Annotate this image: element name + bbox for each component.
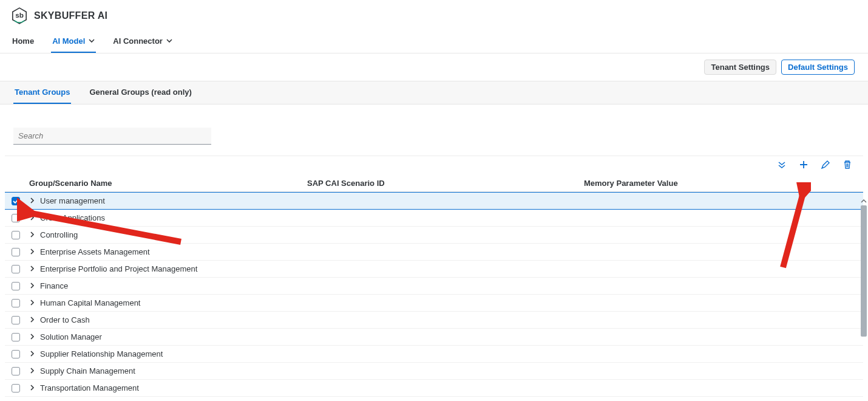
table-row[interactable]: Transportation Management	[5, 380, 863, 397]
row-name-label: Transportation Management	[40, 383, 139, 392]
group-tabs: Tenant Groups General Groups (read only)	[0, 81, 868, 105]
row-name-label: Solution Manager	[40, 332, 102, 341]
chevron-right-icon[interactable]	[29, 298, 35, 307]
collapse-all-icon[interactable]	[777, 160, 787, 171]
row-name-label: Order to Cash	[40, 315, 90, 324]
table-row[interactable]: Enterprise Portfolio and Project Managem…	[5, 261, 863, 278]
chevron-right-icon[interactable]	[29, 383, 35, 392]
search-section	[5, 109, 863, 156]
row-checkbox[interactable]	[12, 231, 20, 239]
table-row[interactable]: Finance	[5, 278, 863, 295]
chevron-right-icon[interactable]	[29, 332, 35, 341]
row-memory-cell	[579, 248, 863, 256]
row-memory-cell	[579, 368, 863, 375]
row-memory-cell	[579, 283, 863, 290]
row-checkbox[interactable]	[12, 316, 20, 324]
row-name-label: Supply Chain Management	[40, 366, 135, 375]
row-memory-cell	[579, 214, 863, 222]
pencil-icon[interactable]	[821, 160, 830, 171]
row-scenario-cell	[302, 197, 579, 205]
nav-item-label: AI Model	[52, 36, 85, 46]
chevron-right-icon[interactable]	[29, 230, 35, 239]
content-panel: Group/Scenario Name SAP CAI Scenario ID …	[5, 109, 863, 397]
app-logo: sb	[11, 7, 28, 24]
nav-home[interactable]: Home	[11, 32, 35, 53]
row-scenario-cell	[302, 300, 579, 307]
chevron-down-icon	[166, 36, 172, 46]
row-name-label: Controlling	[40, 230, 78, 239]
tab-tenant-groups[interactable]: Tenant Groups	[13, 81, 71, 104]
scroll-up-arrow-icon[interactable]	[861, 197, 867, 203]
nav-ai-connector[interactable]: AI Connector	[112, 32, 174, 53]
row-scenario-cell	[302, 214, 579, 222]
row-memory-cell	[579, 334, 863, 341]
col-header-memory: Memory Parameter Value	[579, 175, 863, 191]
row-name-label: Cross Applications	[40, 213, 105, 222]
app-title: SKYBUFFER AI	[34, 10, 107, 21]
chevron-down-icon	[89, 36, 95, 46]
row-checkbox[interactable]	[12, 367, 20, 375]
chevron-right-icon[interactable]	[29, 196, 35, 205]
row-scenario-cell	[302, 385, 579, 392]
vertical-scrollbar[interactable]	[861, 205, 867, 337]
col-header-name: Group/Scenario Name	[27, 175, 302, 191]
row-checkbox[interactable]	[12, 299, 20, 307]
tenant-settings-button[interactable]: Tenant Settings	[704, 60, 776, 75]
table-row[interactable]: Controlling	[5, 227, 863, 244]
chevron-right-icon[interactable]	[29, 281, 35, 290]
row-scenario-cell	[302, 334, 579, 341]
tab-general-groups[interactable]: General Groups (read only)	[88, 81, 192, 104]
default-settings-button[interactable]: Default Settings	[781, 60, 855, 75]
table-row[interactable]: Solution Manager	[5, 329, 863, 346]
chevron-right-icon[interactable]	[29, 247, 35, 256]
table-row[interactable]: Enterprise Assets Management	[5, 244, 863, 261]
table-row[interactable]: Supplier Relationship Management	[5, 346, 863, 363]
table-body: User managementCross ApplicationsControl…	[5, 192, 863, 397]
row-checkbox[interactable]	[12, 214, 20, 222]
row-name-label: Finance	[40, 281, 68, 290]
row-scenario-cell	[302, 283, 579, 290]
row-scenario-cell	[302, 351, 579, 358]
row-scenario-cell	[302, 231, 579, 239]
table-row[interactable]: Cross Applications	[5, 210, 863, 227]
chevron-right-icon[interactable]	[29, 349, 35, 358]
row-memory-cell	[579, 351, 863, 358]
row-scenario-cell	[302, 368, 579, 375]
search-input[interactable]	[13, 128, 211, 145]
table-row[interactable]: Supply Chain Management	[5, 363, 863, 380]
row-scenario-cell	[302, 317, 579, 324]
top-nav: Home AI Model AI Connector	[0, 28, 868, 53]
row-memory-cell	[579, 231, 863, 239]
table-row[interactable]: Human Capital Management	[5, 295, 863, 312]
row-checkbox[interactable]	[12, 265, 20, 273]
row-checkbox[interactable]	[12, 350, 20, 358]
row-checkbox[interactable]	[12, 197, 20, 205]
col-header-scenario: SAP CAI Scenario ID	[302, 175, 579, 191]
settings-bar: Tenant Settings Default Settings	[0, 53, 868, 81]
table-row[interactable]: User management	[5, 192, 863, 210]
row-scenario-cell	[302, 266, 579, 273]
row-memory-cell	[579, 197, 863, 205]
row-memory-cell	[579, 300, 863, 307]
plus-icon[interactable]	[799, 160, 809, 171]
row-checkbox[interactable]	[12, 282, 20, 290]
row-memory-cell	[579, 266, 863, 273]
trash-icon[interactable]	[843, 160, 852, 171]
row-checkbox[interactable]	[12, 248, 20, 256]
table-toolbar	[5, 156, 863, 175]
row-name-label: Enterprise Portfolio and Project Managem…	[40, 264, 197, 273]
row-memory-cell	[579, 385, 863, 392]
chevron-right-icon[interactable]	[29, 213, 35, 222]
row-checkbox[interactable]	[12, 333, 20, 341]
nav-ai-model[interactable]: AI Model	[51, 32, 96, 53]
row-checkbox[interactable]	[12, 384, 20, 392]
nav-item-label: Home	[12, 36, 34, 46]
table-row[interactable]: Order to Cash	[5, 312, 863, 329]
row-name-label: User management	[40, 196, 105, 205]
row-scenario-cell	[302, 248, 579, 256]
chevron-right-icon[interactable]	[29, 264, 35, 273]
chevron-right-icon[interactable]	[29, 315, 35, 324]
chevron-right-icon[interactable]	[29, 366, 35, 375]
svg-text:sb: sb	[15, 11, 24, 19]
row-memory-cell	[579, 317, 863, 324]
